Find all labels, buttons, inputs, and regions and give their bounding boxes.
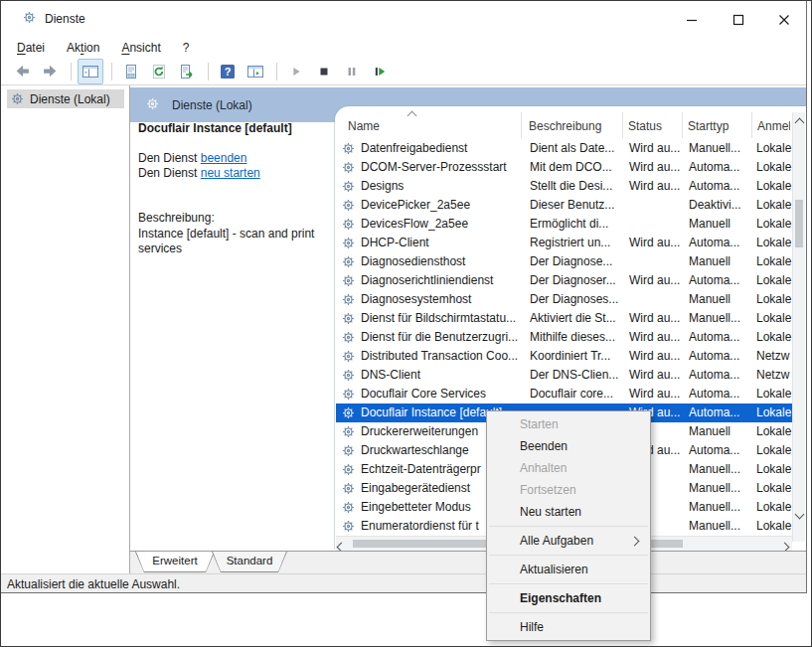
table-row[interactable]: DevicesFlow_2a5ee Ermöglicht di... Manue… bbox=[336, 215, 792, 234]
cell-name: DHCP-Client bbox=[361, 236, 521, 249]
stop-service-button[interactable] bbox=[311, 59, 337, 84]
context-menu-item-fortsetzen: Fortsetzen bbox=[487, 479, 650, 501]
vertical-scrollbar[interactable] bbox=[792, 112, 805, 542]
menu-ansicht[interactable]: Ansicht bbox=[121, 41, 160, 55]
submenu-arrow-icon bbox=[630, 537, 640, 547]
properties-button[interactable] bbox=[118, 59, 144, 84]
column-header-status[interactable]: Status bbox=[628, 119, 662, 133]
minimize-icon bbox=[686, 14, 698, 26]
context-menu-item-beenden[interactable]: Beenden bbox=[487, 435, 650, 457]
column-header-name[interactable]: Name bbox=[348, 119, 380, 133]
restart-service-link[interactable]: neu starten bbox=[201, 166, 260, 180]
service-gear-icon bbox=[342, 482, 355, 495]
back-button[interactable] bbox=[9, 59, 35, 84]
export-list-button[interactable] bbox=[174, 59, 200, 84]
table-row[interactable]: Diagnosesystemhost Der Diagnoses... Manu… bbox=[336, 290, 792, 309]
table-row[interactable]: Datenfreigabedienst Dient als Date... Wi… bbox=[336, 139, 792, 158]
cell-status: Wird au... bbox=[629, 141, 686, 155]
restart-service-line: Den Dienst neu starten bbox=[138, 166, 260, 180]
context-menu-item-eigenschaften[interactable]: Eigenschaften bbox=[487, 587, 650, 609]
column-header-starttyp[interactable]: Starttyp bbox=[688, 119, 729, 133]
table-row[interactable]: DCOM-Server-Prozessstart Mit dem DCO... … bbox=[336, 158, 792, 177]
table-row[interactable]: Designs Stellt die Desi... Wird au... Au… bbox=[336, 177, 792, 196]
column-header-beschreibung[interactable]: Beschreibung bbox=[529, 119, 601, 133]
cell-name: Distributed Transaction Coo... bbox=[361, 349, 521, 363]
cell-beschreibung: Koordiniert Tr... bbox=[530, 349, 625, 363]
scroll-up-icon[interactable] bbox=[793, 112, 805, 129]
menu-?[interactable]: ? bbox=[183, 41, 190, 55]
context-menu-item-hilfe[interactable]: Hilfe bbox=[487, 616, 650, 638]
svg-text:?: ? bbox=[225, 66, 232, 78]
cell-status: Wird au... bbox=[629, 160, 686, 174]
titlebar: Dienste bbox=[1, 1, 806, 37]
forward-button[interactable] bbox=[37, 59, 63, 84]
service-gear-icon bbox=[342, 199, 355, 212]
context-menu-item-aktualisieren[interactable]: Aktualisieren bbox=[487, 559, 650, 580]
minimize-button[interactable] bbox=[676, 9, 708, 31]
tab-standard[interactable]: Standard bbox=[212, 552, 287, 572]
cell-starttyp: Manuell... bbox=[689, 141, 751, 155]
table-row[interactable]: Docuflair Core Services Docuflair core..… bbox=[336, 385, 792, 404]
cell-name: DevicePicker_2a5ee bbox=[361, 198, 521, 212]
scroll-down-icon[interactable] bbox=[793, 509, 805, 526]
context-menu-item-starten: Starten bbox=[487, 413, 650, 435]
cell-anmelden: Lokale bbox=[756, 519, 792, 533]
context-menu-item-alle-aufgaben[interactable]: Alle Aufgaben bbox=[487, 530, 650, 552]
show-console-tree-button[interactable] bbox=[78, 59, 103, 84]
service-gear-icon bbox=[342, 218, 355, 231]
service-gear-icon bbox=[342, 312, 355, 325]
cell-status: Wird au... bbox=[629, 273, 686, 287]
maximize-icon bbox=[732, 14, 744, 26]
column-divider bbox=[682, 112, 683, 138]
cell-starttyp: Automa... bbox=[689, 330, 751, 344]
cell-name: Diagnosediensthost bbox=[361, 254, 521, 268]
cell-status: Wird au... bbox=[629, 179, 686, 193]
tab-erweitert[interactable]: Erweitert bbox=[135, 552, 215, 572]
start-service-button[interactable] bbox=[283, 59, 309, 84]
table-row[interactable]: Distributed Transaction Coo... Koordinie… bbox=[336, 347, 792, 366]
table-row[interactable]: DHCP-Client Registriert un... Wird au...… bbox=[336, 234, 792, 252]
description-line1: Instance [default] - scan and print bbox=[138, 227, 333, 241]
help-button[interactable]: ? bbox=[215, 59, 241, 84]
stop-service-link[interactable]: beenden bbox=[201, 151, 247, 165]
tree-item-dienste-lokal[interactable]: Dienste (Lokal) bbox=[7, 89, 124, 108]
cell-beschreibung: Der Diagnose... bbox=[530, 254, 625, 268]
context-menu-item-neu-starten[interactable]: Neu starten bbox=[487, 501, 650, 523]
maximize-button[interactable] bbox=[723, 9, 754, 31]
cell-anmelden: Lokale bbox=[756, 481, 792, 495]
cell-anmelden: Lokale bbox=[756, 217, 792, 231]
column-header-anmel[interactable]: Anmel bbox=[757, 119, 790, 133]
cell-name: Docuflair Core Services bbox=[361, 387, 521, 401]
table-row[interactable]: Dienst für die Benutzerzugri... Mithilfe… bbox=[336, 328, 792, 347]
menu-datei[interactable]: Datei bbox=[17, 41, 45, 55]
pause-service-button[interactable] bbox=[339, 59, 365, 84]
cell-anmelden: Lokale bbox=[756, 273, 792, 287]
cell-anmelden: Lokale bbox=[756, 236, 792, 249]
description-label: Beschreibung: bbox=[138, 211, 215, 225]
service-gear-icon bbox=[342, 180, 355, 193]
service-gear-icon bbox=[342, 444, 355, 457]
cell-starttyp: Automa... bbox=[689, 236, 751, 249]
vertical-scrollbar-thumb[interactable] bbox=[795, 200, 803, 247]
table-row[interactable]: Diagnoserichtliniendienst Der Diagnoser.… bbox=[336, 271, 792, 290]
close-button[interactable] bbox=[768, 9, 800, 31]
cell-starttyp: Manuell... bbox=[689, 481, 751, 495]
menu-aktion[interactable]: Aktion bbox=[67, 41, 99, 55]
cell-starttyp: Manuell bbox=[689, 217, 751, 231]
table-row[interactable]: DNS-Client Der DNS-Clien... Wird au... A… bbox=[336, 366, 792, 385]
table-row[interactable]: DevicePicker_2a5ee Dieser Benutz... Deak… bbox=[336, 196, 792, 215]
cell-name: Designs bbox=[361, 179, 521, 193]
cell-anmelden: Lokale bbox=[756, 311, 792, 325]
cell-name: Datenfreigabedienst bbox=[361, 141, 521, 155]
restart-service-button[interactable] bbox=[367, 59, 393, 84]
menu-separator bbox=[489, 583, 648, 584]
service-gear-icon bbox=[342, 463, 355, 476]
refresh-button[interactable] bbox=[146, 59, 172, 84]
cell-anmelden: Lokale bbox=[756, 443, 792, 457]
cell-anmelden: Lokale bbox=[756, 405, 792, 419]
service-gear-icon bbox=[342, 425, 355, 438]
table-row[interactable]: Diagnosediensthost Der Diagnose... Manue… bbox=[336, 252, 792, 271]
table-row[interactable]: Dienst für Bildschirmtastatu... Aktivier… bbox=[336, 309, 792, 328]
extended-view-button[interactable] bbox=[243, 59, 268, 84]
statusbar: Aktualisiert die aktuelle Auswahl. bbox=[1, 573, 806, 592]
